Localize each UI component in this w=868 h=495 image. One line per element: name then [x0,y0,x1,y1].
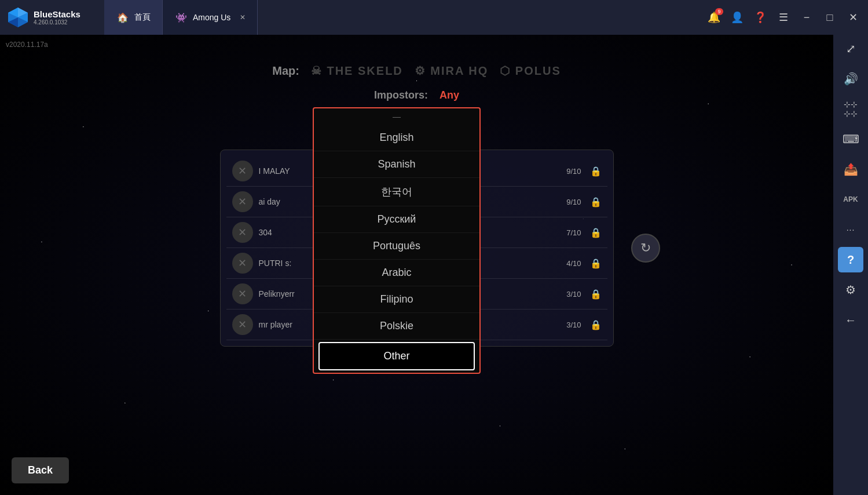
pointer-icon: ⊹⊹⊹⊹ [844,100,858,118]
tab-home[interactable]: 🏠 首頁 [104,0,163,35]
expand-button[interactable]: ⤢ [838,36,863,61]
account-button[interactable]: 👤 [727,7,748,28]
tab-home-label: 首頁 [134,12,151,23]
logo-text: BlueStacks 4.260.0.1032 [34,9,80,26]
language-label: Spanish [378,158,415,170]
language-label: Other [383,350,409,362]
language-option-arabic[interactable]: Arabic [314,260,479,286]
room-count: 9/10 [566,198,581,206]
lock-icon: 🔒 [590,319,602,330]
language-option-filipino[interactable]: Filipino [314,286,479,313]
map-option-skeld[interactable]: ☠ THE SKELD [311,64,403,78]
room-count: 9/10 [566,167,581,176]
lock-icon: 🔒 [590,166,602,177]
language-option-polskie[interactable]: Polskie [314,313,479,340]
sidebar-back-icon: ← [845,314,856,327]
avatar: ✕ [232,222,253,243]
close-icon: ✕ [849,11,858,24]
language-option-russian[interactable]: Русский [314,206,479,233]
language-label: Filipino [380,293,413,305]
avatar: ✕ [232,253,253,274]
language-dropdown: — English Spanish 한국어 Русский Português … [313,107,481,374]
tab-among-us-label: Among Us [193,13,230,22]
impostors-value[interactable]: Any [440,89,459,101]
titlebar-buttons: 🔔 9 👤 ❓ ☰ − □ ✕ [699,7,868,28]
apk-button[interactable]: APK [838,187,863,212]
lock-icon: 🔒 [590,289,602,300]
logo-icon [7,6,29,28]
language-option-spanish[interactable]: Spanish [314,151,479,178]
impostors-label: Impostors: [374,89,428,101]
language-option-portuguese[interactable]: Português [314,233,479,260]
keyboard-icon: ⌨ [843,132,859,146]
avatar: ✕ [232,314,253,335]
language-option-english[interactable]: English [314,125,479,151]
tab-among-us[interactable]: 👾 Among Us ✕ [163,0,258,35]
map-option-polus[interactable]: ⬡ POLUS [500,64,561,78]
right-sidebar: ⤢ 🔊 ⊹⊹⊹⊹ ⌨ 📤 APK ··· ? ⚙ ← [833,0,868,495]
app-version: 4.260.0.1032 [34,19,80,26]
refresh-button[interactable]: ↻ [631,234,660,263]
maximize-icon: □ [827,12,833,24]
notifications-button[interactable]: 🔔 9 [704,7,724,28]
room-count: 3/10 [566,321,581,329]
map-option-mira[interactable]: ⚙ MIRA HQ [415,64,488,78]
language-label: Português [373,240,420,252]
avatar: ✕ [232,161,253,181]
settings-icon: ⚙ [845,283,856,297]
room-count: 7/10 [566,228,581,237]
titlebar: BlueStacks 4.260.0.1032 🏠 首頁 👾 Among Us … [0,0,868,35]
language-label: Русский [378,213,416,225]
menu-icon: ☰ [779,11,788,24]
expand-icon: ⤢ [846,42,856,56]
help-icon: ❓ [754,11,767,24]
language-label: 한국어 [381,186,412,198]
language-label: English [379,132,413,143]
impostors-row: Impostors: Any [0,89,833,101]
settings-button[interactable]: ⚙ [838,277,863,303]
close-button[interactable]: ✕ [843,7,863,28]
back-label: Back [28,464,53,476]
app-name: BlueStacks [34,9,80,19]
apk-icon: APK [843,195,858,203]
pointer-button[interactable]: ⊹⊹⊹⊹ [838,96,863,122]
capture-button[interactable]: 📤 [838,156,863,182]
scroll-hint-text: — [393,112,401,121]
language-label: Arabic [382,267,411,278]
account-icon: 👤 [731,11,744,24]
volume-button[interactable]: 🔊 [838,66,863,92]
maximize-button[interactable]: □ [819,7,840,28]
help-button[interactable]: ❓ [750,7,771,28]
capture-icon: 📤 [844,162,858,176]
among-us-icon: 👾 [174,10,188,24]
more-button[interactable]: ··· [838,217,863,242]
more-icon: ··· [847,225,855,234]
tab-close-icon[interactable]: ✕ [240,13,246,21]
notification-badge: 9 [715,8,723,15]
avatar: ✕ [232,283,253,304]
minimize-icon: − [804,12,810,24]
minimize-button[interactable]: − [796,7,817,28]
game-version: v2020.11.17a [6,41,48,49]
home-icon: 🏠 [116,10,130,24]
refresh-icon: ↻ [640,241,651,256]
lock-icon: 🔒 [590,196,602,208]
room-count: 3/10 [566,290,581,299]
language-option-other[interactable]: Other [318,342,475,370]
keyboard-button[interactable]: ⌨ [838,126,863,152]
back-button[interactable]: Back [12,457,69,483]
volume-icon: 🔊 [844,72,858,86]
scroll-hint: — [314,108,479,125]
map-label: Map: [272,64,299,78]
language-option-korean[interactable]: 한국어 [314,178,479,206]
lock-icon: 🔒 [590,258,602,269]
sidebar-back-button[interactable]: ← [838,307,863,333]
menu-button[interactable]: ☰ [773,7,794,28]
map-row: Map: ☠ THE SKELD ⚙ MIRA HQ ⬡ POLUS [0,64,833,78]
avatar: ✕ [232,191,253,212]
question-button[interactable]: ? [838,247,863,272]
bluestacks-logo: BlueStacks 4.260.0.1032 [0,6,104,28]
room-count: 4/10 [566,259,581,268]
game-area: v2020.11.17a Map: ☠ THE SKELD ⚙ MIRA HQ … [0,35,833,495]
tabs-area: 🏠 首頁 👾 Among Us ✕ [104,0,699,35]
